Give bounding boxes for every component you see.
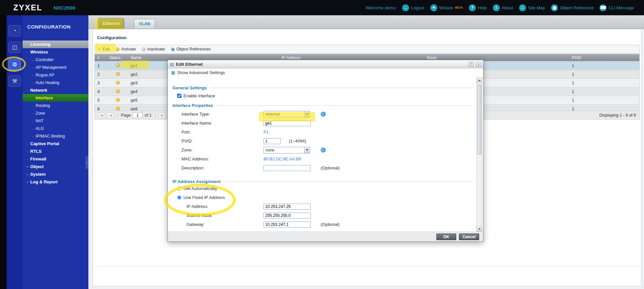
logout-link[interactable]: → Logout bbox=[402, 4, 424, 11]
configuration-gear-icon[interactable]: ⚙ bbox=[8, 59, 21, 70]
sidebar-item-alg[interactable]: -ALG bbox=[23, 125, 88, 132]
edit-button[interactable]: ✎ Edit bbox=[97, 47, 110, 52]
scrollbar-thumb[interactable] bbox=[477, 85, 482, 154]
interface-name-input[interactable] bbox=[264, 120, 311, 126]
collapse-icon: - bbox=[26, 88, 29, 92]
sidebar-item-auto-healing[interactable]: -Auto Healing bbox=[23, 79, 88, 86]
info-icon[interactable]: i bbox=[321, 147, 326, 152]
gateway-input[interactable] bbox=[264, 222, 311, 228]
divider bbox=[94, 266, 640, 266]
dashboard-icon[interactable]: ◔ bbox=[8, 25, 21, 37]
dropdown-arrow-icon[interactable] bbox=[304, 147, 310, 153]
object-references-button[interactable]: ▣ Object References bbox=[171, 47, 211, 51]
dash-icon: - bbox=[31, 127, 35, 131]
dash-icon: - bbox=[31, 65, 35, 69]
optional-hint: (Optional) bbox=[321, 222, 340, 227]
sidebar-item-zone[interactable]: -Zone bbox=[23, 109, 88, 117]
mac-address-row: MAC Address: B0:B2:DC:6E:AA:B9 bbox=[172, 154, 475, 163]
dash-icon: - bbox=[31, 58, 35, 62]
status-on-icon bbox=[116, 89, 120, 93]
zone-select[interactable]: none bbox=[264, 147, 310, 153]
edit-ethernet-dialog: ▤ Edit Ethernet ? × ▦ Show Advanced Sett… bbox=[167, 60, 483, 242]
bulb-off-icon bbox=[142, 48, 146, 51]
pvid-input[interactable] bbox=[264, 138, 281, 144]
tab-ethernet[interactable]: Ethernet bbox=[98, 18, 124, 29]
col-name: Name bbox=[128, 55, 279, 60]
page-number-input[interactable] bbox=[133, 112, 143, 118]
dialog-close-button[interactable]: × bbox=[476, 62, 481, 67]
pvid-range-hint: (1~4094) bbox=[289, 139, 306, 144]
col-ip: IP Address bbox=[279, 55, 424, 60]
site-map-icon: ∴ bbox=[519, 4, 526, 11]
sidebar-item-network[interactable]: -Network bbox=[23, 86, 88, 94]
enable-interface-checkbox[interactable] bbox=[177, 94, 181, 98]
dialog-scrollbar[interactable] bbox=[477, 77, 482, 232]
dash-icon: - bbox=[26, 157, 29, 161]
sidebar-item-system[interactable]: +System bbox=[23, 170, 88, 178]
divider bbox=[216, 105, 473, 106]
sidebar-item-routing[interactable]: -Routing bbox=[23, 102, 88, 109]
object-reference-link[interactable]: ▣ Object Reference bbox=[551, 4, 593, 11]
activate-button[interactable]: Activate bbox=[116, 47, 136, 51]
sidebar-item-ap-management[interactable]: -AP Management bbox=[23, 63, 88, 71]
inactivate-button[interactable]: Inactivate bbox=[142, 47, 165, 51]
dialog-title-bar[interactable]: ▤ Edit Ethernet ? × bbox=[168, 60, 483, 68]
sidebar-item-controller[interactable]: -Controller bbox=[23, 56, 88, 63]
sidebar-item-firewall[interactable]: -Firewall bbox=[23, 155, 88, 163]
prev-page-button[interactable]: ◀ bbox=[107, 112, 114, 118]
divider bbox=[117, 113, 118, 118]
use-fixed-ip-radio[interactable] bbox=[177, 195, 181, 200]
divider bbox=[210, 88, 473, 88]
dialog-help-button[interactable]: ? bbox=[469, 62, 474, 67]
get-automatically-radio[interactable] bbox=[177, 186, 181, 191]
scroll-down-icon[interactable] bbox=[477, 226, 482, 232]
device-model: NXC2500 bbox=[54, 5, 75, 11]
description-input[interactable] bbox=[264, 165, 311, 171]
app-window: ZYXEL NXC2500 Welcome demo → Logout ✦ Wi… bbox=[0, 0, 644, 289]
show-advanced-link[interactable]: Show Advanced Settings bbox=[177, 70, 225, 75]
status-on-icon bbox=[116, 72, 120, 76]
object-reference-icon: ▣ bbox=[551, 4, 558, 11]
cancel-button[interactable]: Cancel bbox=[459, 234, 479, 240]
sidebar-collapse-handle[interactable]: ‹ bbox=[85, 156, 88, 169]
dash-icon: - bbox=[31, 81, 35, 85]
subnet-mask-input[interactable] bbox=[264, 213, 311, 219]
info-icon[interactable]: i bbox=[321, 112, 326, 117]
page-of-label: of 1 bbox=[145, 113, 152, 118]
col-mask: Mask bbox=[424, 55, 569, 60]
about-link[interactable]: i About bbox=[493, 4, 513, 11]
advanced-settings-icon: ▦ bbox=[171, 70, 175, 75]
wizard-link[interactable]: ✦ Wizard BETA bbox=[430, 4, 463, 11]
sidebar-item-ip-mac-binding[interactable]: -IP/MAC Binding bbox=[23, 132, 88, 140]
sidebar-item-nat[interactable]: -NAT bbox=[23, 117, 88, 125]
sidebar-item-interface[interactable]: Interface bbox=[23, 94, 88, 102]
cli-message-link[interactable]: ⌨ CLI Message bbox=[599, 4, 634, 11]
next-page-button[interactable]: ▶ bbox=[159, 112, 165, 118]
scroll-up-icon[interactable] bbox=[477, 77, 482, 83]
sidebar-item-licensing[interactable]: +Licensing bbox=[23, 41, 88, 48]
topbar-links: Welcome demo → Logout ✦ Wizard BETA ? He… bbox=[366, 4, 634, 11]
ok-button[interactable]: OK bbox=[436, 234, 456, 240]
sidebar-item-captive-portal[interactable]: -Captive Portal bbox=[23, 140, 88, 147]
sidebar-item-rogue-ap[interactable]: -Rogue AP bbox=[23, 71, 88, 79]
first-page-button[interactable]: |◀ bbox=[98, 112, 105, 118]
expand-icon: + bbox=[26, 43, 29, 47]
help-link[interactable]: ? Help bbox=[469, 4, 487, 11]
edit-icon: ✎ bbox=[97, 47, 101, 52]
ip-address-input[interactable] bbox=[264, 204, 311, 210]
dropdown-arrow-icon[interactable] bbox=[304, 111, 310, 117]
sidebar-item-rtls[interactable]: -RTLS bbox=[23, 147, 88, 155]
tab-vlan[interactable]: VLAN bbox=[134, 19, 155, 29]
monitoring-icon[interactable]: ◫ bbox=[8, 42, 21, 53]
dash-icon: - bbox=[26, 142, 29, 146]
welcome-text: Welcome demo bbox=[366, 5, 395, 10]
site-map-link[interactable]: ∴ Site Map bbox=[519, 4, 545, 11]
sidebar-item-wireless[interactable]: -Wireless bbox=[23, 48, 88, 56]
maintenance-icon[interactable]: ⚒ bbox=[8, 75, 21, 87]
sidebar-item-log-report[interactable]: +Log & Report bbox=[23, 178, 88, 186]
bulb-on-icon bbox=[116, 48, 119, 51]
gateway-row: Gateway: (Optional) bbox=[172, 220, 475, 229]
interface-type-select[interactable]: external bbox=[264, 111, 310, 118]
sidebar-item-object[interactable]: +Object bbox=[23, 163, 88, 170]
optional-hint: (Optional) bbox=[321, 165, 340, 170]
